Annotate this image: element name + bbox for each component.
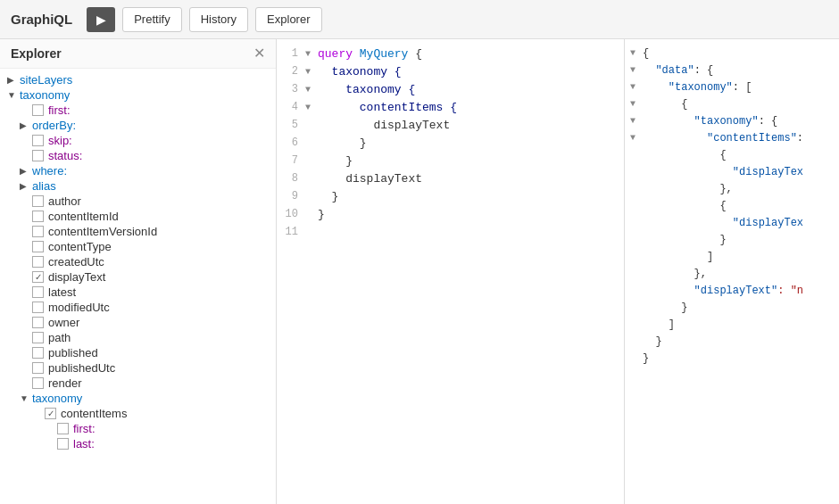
explorer-item-last[interactable]: last: (0, 436, 276, 451)
line-number: 6 (280, 136, 305, 149)
explorer-item-skip[interactable]: skip: (0, 133, 276, 148)
code-line: 10} (277, 205, 624, 223)
explorer-item-alias[interactable]: ▶alias (0, 178, 276, 194)
run-button[interactable]: ▶ (87, 7, 115, 32)
tree-item-label: path (48, 331, 71, 344)
line-number: 5 (280, 119, 305, 131)
tree-checkbox[interactable]: ✓ (32, 271, 44, 283)
line-content: } (318, 154, 620, 168)
explorer-item-where[interactable]: ▶where: (0, 163, 276, 178)
explorer-tree: ▶siteLayers▼taxonomyfirst:▶orderBy:skip:… (0, 69, 276, 504)
explorer-button[interactable]: Explorer (255, 7, 321, 32)
tree-checkbox[interactable] (32, 347, 44, 359)
tree-item-label: latest (48, 285, 76, 299)
tree-checkbox[interactable] (57, 438, 69, 450)
result-toggle-icon: ▼ (630, 99, 643, 109)
line-toggle-icon: ▼ (305, 103, 318, 112)
history-button[interactable]: History (189, 7, 248, 32)
tree-item-label: owner (48, 316, 79, 329)
explorer-item-owner[interactable]: owner (0, 315, 276, 330)
result-line: } (628, 231, 835, 248)
explorer-item-modifiedUtc[interactable]: modifiedUtc (0, 300, 276, 315)
explorer-item-contentItemVersionId[interactable]: contentItemVersionId (0, 224, 276, 239)
tree-checkbox[interactable] (32, 211, 44, 222)
result-line: ▼{ (628, 45, 835, 62)
tree-checkbox[interactable] (57, 423, 69, 434)
tree-item-label: displayText (48, 270, 105, 284)
code-line: 4▼ contentItems { (277, 98, 624, 116)
line-number: 8 (280, 172, 305, 185)
tree-item-label: where: (32, 164, 67, 178)
result-toggle-icon: ▼ (630, 48, 643, 58)
tree-item-label: createdUtc (48, 255, 104, 269)
explorer-item-author[interactable]: author (0, 194, 276, 209)
explorer-item-createdUtc[interactable]: createdUtc (0, 254, 276, 269)
tree-checkbox[interactable] (32, 377, 44, 389)
result-text: { (643, 98, 834, 111)
result-line: "displayTex (628, 163, 835, 180)
tree-checkbox[interactable] (32, 332, 44, 343)
tree-item-label: published (48, 346, 98, 359)
explorer-item-taxonomy[interactable]: ▼taxonomy (0, 87, 276, 103)
code-line: 2▼ taxonomy { (277, 62, 624, 80)
tree-checkbox[interactable] (32, 241, 44, 252)
result-line: } (628, 350, 835, 367)
result-line: } (628, 333, 835, 350)
code-line: 9 } (277, 187, 624, 205)
result-text: } (643, 352, 834, 365)
tree-checkbox[interactable] (32, 135, 44, 146)
tree-checkbox[interactable] (32, 195, 44, 207)
result-line: ] (628, 248, 835, 265)
explorer-item-taxonomy2[interactable]: ▼taxonomy (0, 391, 276, 406)
line-number: 2 (280, 65, 305, 78)
tree-checkbox[interactable] (32, 317, 44, 328)
close-explorer-button[interactable]: ✕ (253, 46, 265, 61)
result-text: { (643, 200, 834, 212)
result-line: }, (628, 265, 835, 282)
tree-toggle-icon: ▼ (7, 90, 20, 100)
result-text: "data": { (643, 64, 834, 77)
explorer-item-published[interactable]: published (0, 345, 276, 360)
tree-checkbox[interactable] (32, 104, 44, 116)
line-number: 10 (280, 208, 305, 220)
tree-checkbox[interactable] (32, 286, 44, 298)
explorer-item-latest[interactable]: latest (0, 285, 276, 300)
tree-checkbox[interactable] (32, 150, 44, 161)
tree-checkbox[interactable] (32, 226, 44, 237)
explorer-item-contentItems[interactable]: ✓contentItems (0, 406, 276, 421)
line-content: displayText (318, 119, 620, 132)
result-panel: ▼{▼ "data": {▼ "taxonomy": [▼ {▼ "taxono… (625, 39, 839, 504)
explorer-item-render[interactable]: render (0, 376, 276, 391)
result-toggle-icon: ▼ (630, 82, 643, 92)
result-text: "displayText": "n (643, 285, 834, 297)
line-toggle-icon: ▼ (305, 67, 318, 77)
result-text: } (643, 335, 834, 348)
tree-checkbox[interactable] (32, 256, 44, 268)
result-line: ▼ "taxonomy": [ (628, 78, 835, 95)
explorer-item-status[interactable]: status: (0, 148, 276, 163)
code-editor[interactable]: 1▼query MyQuery {2▼ taxonomy {3▼ taxonom… (277, 39, 624, 504)
explorer-item-contentType[interactable]: contentType (0, 239, 276, 254)
explorer-item-contentItemId[interactable]: contentItemId (0, 209, 276, 224)
prettify-button[interactable]: Prettify (122, 7, 181, 32)
tree-checkbox[interactable] (32, 362, 44, 374)
explorer-item-path[interactable]: path (0, 330, 276, 345)
explorer-item-first2[interactable]: first: (0, 421, 276, 436)
result-line: ▼ "taxonomy": { (628, 112, 835, 129)
explorer-item-displayText[interactable]: ✓displayText (0, 269, 276, 285)
explorer-title: Explorer (11, 46, 62, 61)
tree-item-label: taxonomy (32, 392, 82, 405)
tree-checkbox[interactable] (32, 302, 44, 313)
line-content: } (318, 208, 620, 221)
tree-checkbox[interactable]: ✓ (45, 408, 56, 419)
line-number: 7 (280, 154, 305, 167)
explorer-item-first[interactable]: first: (0, 103, 276, 118)
tree-item-label: siteLayers (20, 73, 72, 87)
explorer-item-orderBy[interactable]: ▶orderBy: (0, 118, 276, 133)
explorer-item-publishedUtc[interactable]: publishedUtc (0, 360, 276, 376)
tree-toggle-icon: ▶ (20, 120, 32, 130)
line-toggle-icon: ▼ (305, 49, 318, 59)
code-line: 7 } (277, 152, 624, 169)
explorer-item-siteLayers[interactable]: ▶siteLayers (0, 72, 276, 87)
result-toggle-icon: ▼ (630, 65, 643, 75)
